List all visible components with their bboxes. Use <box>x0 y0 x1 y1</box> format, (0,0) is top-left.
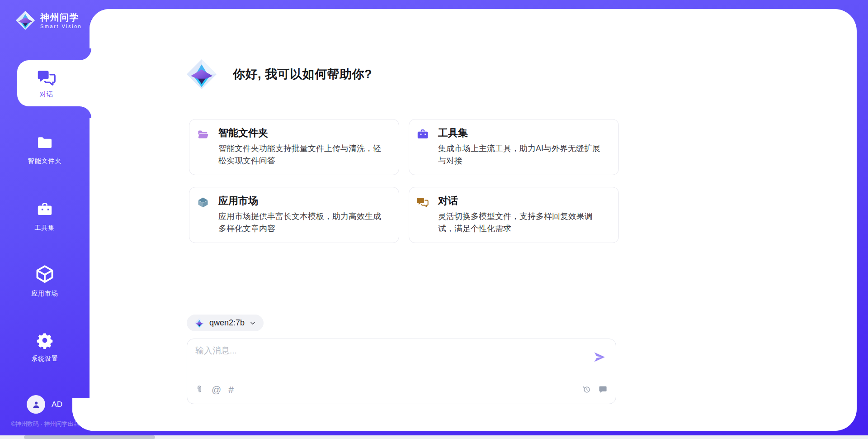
cube-icon <box>35 264 55 284</box>
brand-text: 神州问学 Smart Vision <box>40 12 82 29</box>
panel-top-left-corner <box>90 9 109 29</box>
horizontal-scrollbar <box>0 435 868 439</box>
user-profile[interactable]: AD <box>27 395 63 414</box>
mention-icon[interactable]: @ <box>212 385 221 394</box>
avatar <box>27 395 45 414</box>
feature-cards: 智能文件夹 智能文件夹功能支持批量文件上传与清洗，轻松实现文件问答 工具集 集成… <box>189 119 619 243</box>
folder-open-icon <box>197 128 209 141</box>
folder-icon <box>36 134 53 151</box>
app-root: { "brand": { "name": "神州问学", "subtitle":… <box>0 0 868 439</box>
hash-icon[interactable]: # <box>228 385 234 394</box>
sidebar-item-settings[interactable]: 系统设置 <box>0 332 90 363</box>
sidebar-item-label: 应用市场 <box>0 290 90 298</box>
brand: 神州问学 Smart Vision <box>15 10 82 31</box>
card-title: 智能文件夹 <box>218 127 388 139</box>
card-title: 对话 <box>438 195 608 207</box>
sidebar-item-label: 对话 <box>40 90 54 99</box>
card-chat[interactable]: 对话 灵活切换多模型文件，支持多样回复效果调试，满足个性化需求 <box>409 187 619 243</box>
brand-name: 神州问学 <box>40 12 82 22</box>
card-app-market[interactable]: 应用市场 应用市场提供丰富长文本模板，助力高效生成多样化文章内容 <box>189 187 399 243</box>
greeting-title: 你好, 我可以如何帮助你? <box>233 66 372 82</box>
chevron-down-icon <box>249 320 256 327</box>
card-title: 工具集 <box>438 127 608 139</box>
user-name: AD <box>52 400 63 409</box>
cube-icon <box>197 196 209 209</box>
model-selector[interactable]: qwen2:7b <box>187 315 264 331</box>
person-icon <box>31 399 42 410</box>
sidebar-item-label: 工具集 <box>0 224 90 232</box>
model-name: qwen2:7b <box>209 318 245 328</box>
sidebar-footer: ©神州数码 · 神州问学出品 <box>0 420 90 428</box>
card-description: 智能文件夹功能支持批量文件上传与清洗，轻松实现文件问答 <box>218 143 388 167</box>
gear-icon <box>36 332 53 349</box>
card-title: 应用市场 <box>218 195 388 207</box>
send-icon[interactable] <box>592 350 607 364</box>
history-icon[interactable] <box>582 385 591 394</box>
sidebar-item-app-market[interactable]: 应用市场 <box>0 264 90 298</box>
model-logo-icon <box>194 318 205 329</box>
feedback-chat-icon[interactable] <box>598 385 608 394</box>
toolbox-icon <box>416 128 429 141</box>
brand-logo-icon <box>15 10 36 31</box>
sidebar-item-label: 智能文件夹 <box>0 157 90 165</box>
composer-tools-right <box>582 385 608 394</box>
card-description: 应用市场提供丰富长文本模板，助力高效生成多样化文章内容 <box>218 210 388 235</box>
chat-icon <box>416 196 429 209</box>
message-composer: @ # <box>187 339 616 404</box>
card-smart-folder[interactable]: 智能文件夹 智能文件夹功能支持批量文件上传与清洗，轻松实现文件问答 <box>189 119 399 175</box>
card-description: 灵活切换多模型文件，支持多样回复效果调试，满足个性化需求 <box>438 210 608 235</box>
composer-tools-left: @ # <box>195 385 234 394</box>
tab-fillet-bottom <box>80 106 91 118</box>
toolbox-icon <box>36 201 53 218</box>
sidebar-item-smart-folder[interactable]: 智能文件夹 <box>0 134 90 165</box>
tab-fillet-top <box>80 48 91 60</box>
app-logo-icon <box>185 58 218 91</box>
card-description: 集成市场上主流工具，助力AI与外界无缝扩展与对接 <box>438 143 608 167</box>
card-toolset[interactable]: 工具集 集成市场上主流工具，助力AI与外界无缝扩展与对接 <box>409 119 619 175</box>
attachment-icon[interactable] <box>195 385 204 394</box>
composer-toolbar: @ # <box>195 374 608 404</box>
chat-icon <box>37 68 57 88</box>
brand-subtitle: Smart Vision <box>40 24 82 29</box>
welcome-header: 你好, 我可以如何帮助你? <box>185 58 372 91</box>
scrollbar-thumb[interactable] <box>24 435 155 439</box>
sidebar-item-chat[interactable]: 对话 <box>17 60 91 106</box>
sidebar-item-toolset[interactable]: 工具集 <box>0 201 90 232</box>
message-input[interactable] <box>195 345 575 371</box>
sidebar-item-label: 系统设置 <box>0 355 90 363</box>
